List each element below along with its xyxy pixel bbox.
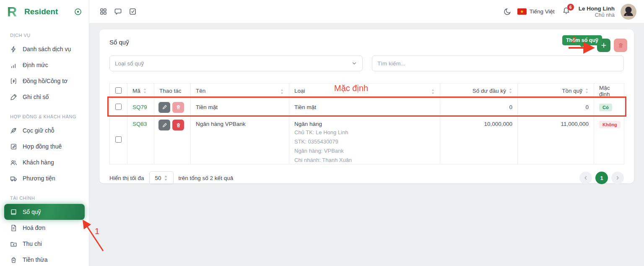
sidebar-item-hop-dong-thue[interactable]: Hợp đồng thuê [0, 138, 89, 154]
trash-icon [176, 123, 181, 128]
sidebar-item-label: Định mức [23, 62, 48, 68]
search-input[interactable] [372, 55, 624, 71]
total-results-label: trên tổng số 2 kết quả [179, 175, 234, 181]
sidebar-section-contracts: HỢP ĐỒNG & KHÁCH HÀNG Cọc giữ chỗ Hợp đồ… [0, 111, 89, 186]
cashbook-type: Tiền mặt [294, 104, 316, 110]
brand[interactable]: R Resident [0, 0, 89, 23]
per-page-stepper[interactable]: 50 [149, 171, 174, 185]
current-balance-value: 11,000,000 [561, 121, 589, 127]
brand-name: Resident [24, 7, 74, 16]
dark-mode-moon-icon[interactable] [504, 8, 512, 16]
default-badge: Có [599, 104, 612, 111]
pen-icon [10, 94, 17, 101]
opening-balance-value: 10,000,000 [484, 121, 512, 127]
page-title: Sổ quỹ [109, 39, 624, 46]
sidebar-item-hoa-don[interactable]: Hoá đơn [0, 220, 89, 236]
select-placeholder: Loại sổ quỹ [115, 60, 144, 67]
truck-icon [10, 175, 17, 182]
pagination: 1 [579, 172, 624, 184]
user-role: Chủ nhà [579, 12, 615, 18]
sidebar-item-tien-thua[interactable]: Tiền thừa [0, 252, 89, 266]
sort-icon[interactable] [509, 88, 512, 94]
table-row: SQ83 Ngân hàng VPBank Ngân hàng Chủ TK: … [110, 116, 624, 164]
invoice-icon [10, 224, 17, 232]
per-page-label: Hiển thị tối đa [109, 175, 144, 181]
sidebar-item-label: Khách hàng [23, 159, 54, 166]
user-menu[interactable]: Le Hong Linh Chủ nhà [579, 5, 615, 18]
task-check-icon[interactable] [129, 8, 137, 16]
sidebar-item-label: Phương tiện [23, 175, 55, 182]
chevron-down-icon [351, 60, 357, 66]
bank-account-number: STK: 0355430079 [294, 138, 435, 146]
column-header-type: Loại [294, 88, 305, 94]
app: R Resident DỊCH VỤ Danh sách dịch vụ Địn… [0, 0, 644, 266]
notifications-button[interactable]: 6 [562, 7, 570, 16]
sidebar-item-label: Sổ quỹ [23, 209, 41, 215]
section-label: HỢP ĐỒNG & KHÁCH HÀNG [0, 111, 89, 123]
sidebar: R Resident DỊCH VỤ Danh sách dịch vụ Địn… [0, 0, 89, 266]
column-header-current-balance: Tồn quỹ [562, 88, 582, 94]
column-header-name: Tên [196, 88, 205, 94]
delete-button[interactable] [172, 102, 184, 113]
delete-button[interactable] [172, 120, 184, 130]
opening-balance-value: 0 [509, 104, 512, 110]
sidebar-item-danh-sach-dich-vu[interactable]: Danh sách dịch vụ [0, 41, 89, 57]
bank-branch: Chi nhánh: Thanh Xuân [294, 156, 435, 164]
sidebar-item-label: Hoá đơn [23, 224, 45, 231]
sidebar-item-phuong-tien[interactable]: Phương tiện [0, 170, 89, 186]
page-1-button[interactable]: 1 [595, 172, 608, 184]
avatar-image [621, 4, 636, 20]
sidebar-item-coc-giu-cho[interactable]: Cọc giữ chỗ [0, 123, 89, 138]
bank-account-holder: Chủ TK: Le Hong Linh [294, 128, 435, 136]
main-content: Sổ quỹ Thêm sổ quỹ Loại sổ quỹ [89, 23, 644, 266]
sidebar-item-ghi-chi-so[interactable]: Ghi chỉ số [0, 89, 89, 105]
sidebar-item-khach-hang[interactable]: Khách hàng [0, 154, 89, 170]
chat-icon[interactable] [114, 8, 122, 16]
per-page-value: 50 [155, 175, 161, 181]
vietnam-flag-icon: ★ [517, 8, 527, 15]
sort-icon[interactable] [431, 89, 435, 94]
sort-icon[interactable] [280, 89, 284, 94]
zap-icon [10, 46, 17, 53]
apps-grid-icon[interactable] [99, 8, 107, 16]
cashbook-code-link[interactable]: SQ79 [132, 104, 147, 110]
cashbook-card: Sổ quỹ Thêm sổ quỹ Loại sổ quỹ [99, 29, 634, 183]
prev-page-button[interactable] [579, 172, 592, 184]
sidebar-item-label: Cọc giữ chỗ [23, 127, 55, 134]
delete-selected-button[interactable] [614, 39, 627, 52]
sidebar-item-so-quy[interactable]: Sổ quỹ [4, 204, 85, 220]
edit-icon [162, 104, 167, 110]
money-bag-icon [10, 256, 17, 263]
brand-logo-icon: R [6, 5, 20, 19]
cashbook-type: Ngân hàng [294, 121, 435, 127]
select-all-checkbox[interactable] [115, 87, 122, 94]
row-checkbox[interactable] [115, 136, 122, 143]
sidebar-item-dong-ho-cong-to[interactable]: Đồng hồ/Công tơ [0, 73, 89, 89]
column-header-opening-balance: Số dư đầu kỳ [473, 88, 506, 94]
row-checkbox[interactable] [115, 104, 122, 110]
edit-button[interactable] [158, 102, 170, 113]
edit-button[interactable] [158, 120, 170, 130]
feather-icon [10, 127, 17, 134]
sidebar-item-dinh-muc[interactable]: Định mức [0, 57, 89, 73]
cashbook-code-link[interactable]: SQ83 [132, 121, 147, 127]
column-header-default: Mặc định [599, 85, 610, 97]
book-icon [10, 209, 17, 216]
chevron-right-icon [615, 175, 621, 181]
topbar: ★ Tiếng Việt 6 Le Hong Linh Chủ nhà [89, 0, 644, 23]
cashbook-type-select[interactable]: Loại sổ quỹ [109, 55, 363, 71]
sort-icon[interactable] [585, 88, 589, 94]
language-selector[interactable]: ★ Tiếng Việt [517, 8, 555, 15]
next-page-button[interactable] [611, 172, 624, 184]
sidebar-item-label: Ghi chỉ số [23, 94, 49, 100]
trash-icon [618, 42, 624, 49]
sidebar-collapse-icon[interactable] [74, 8, 82, 16]
avatar[interactable] [621, 4, 636, 20]
sidebar-item-thu-chi[interactable]: Thu chi [0, 236, 89, 252]
stepper-carets-icon [164, 175, 168, 181]
card-actions: Thêm sổ quỹ [597, 39, 627, 52]
cashbook-name: Tiền mặt [196, 104, 218, 110]
sidebar-section-finance: TÀI CHÍNH Sổ quỹ Hoá đơn Thu chi Tiền th… [0, 192, 89, 266]
sort-icon[interactable] [143, 88, 147, 94]
sidebar-item-label: Tiền thừa [23, 256, 47, 263]
